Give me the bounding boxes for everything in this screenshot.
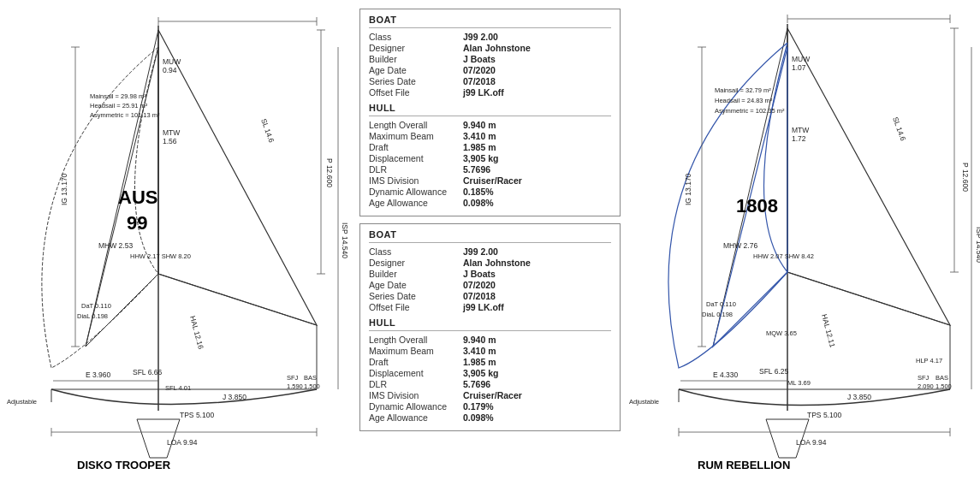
left-boat-svg: P 12.600 IG 13.170 ISP 14.540 SL 14.6 HA…	[0, 0, 359, 492]
boat-section-title-bottom: BOAT	[369, 229, 611, 243]
svg-text:Headsail = 24.83 m²: Headsail = 24.83 m²	[715, 97, 773, 104]
svg-text:Asymmetric = 102.35 m²: Asymmetric = 102.35 m²	[715, 107, 785, 115]
beam-label-bottom: Maximum Beam	[369, 346, 463, 356]
designer-value-top: Alan Johnstone	[463, 43, 611, 53]
info-box-bottom: BOAT Class J99 2.00 Designer Alan Johnst…	[359, 223, 621, 431]
draft-label-top: Draft	[369, 142, 463, 152]
age-date-label-top: Age Date	[369, 65, 463, 75]
displacement-row-bottom: Displacement 3,905 kg	[369, 368, 611, 378]
beam-value-top: 3.410 m	[463, 131, 611, 141]
loa-value-bottom: 9.940 m	[463, 335, 611, 345]
ims-value-bottom: Cruiser/Racer	[463, 390, 611, 400]
svg-text:DaT 0.110: DaT 0.110	[81, 302, 111, 310]
svg-text:1.56: 1.56	[163, 137, 177, 145]
designer-label-bottom: Designer	[369, 258, 463, 268]
dynamic-row-bottom: Dynamic Allowance 0.179%	[369, 401, 611, 412]
svg-line-56	[713, 28, 787, 347]
loa-row-bottom: Length Overall 9.940 m	[369, 335, 611, 345]
offset-file-value-top: j99 LK.off	[463, 87, 611, 98]
age-date-value-top: 07/2020	[463, 65, 611, 75]
svg-text:RUM REBELLION: RUM REBELLION	[698, 459, 790, 471]
boat-diagram-right: P 12.600 IG 13.170 ISP 14.540 SL 14.6 HA…	[621, 0, 980, 492]
series-date-row-bottom: Series Date 07/2018	[369, 291, 611, 301]
dynamic-value-top: 0.185%	[463, 187, 611, 197]
svg-text:E 3.960: E 3.960	[86, 370, 111, 379]
hull-section-bottom: HULL Length Overall 9.940 m Maximum Beam…	[369, 317, 611, 423]
svg-text:0.94: 0.94	[163, 66, 177, 74]
displacement-row-top: Displacement 3,905 kg	[369, 153, 611, 163]
svg-text:1.72: 1.72	[792, 134, 806, 143]
svg-text:HHW 2.17  SHW 8.20: HHW 2.17 SHW 8.20	[130, 252, 191, 260]
dlr-label-top: DLR	[369, 164, 463, 175]
builder-value-top: J Boats	[463, 54, 611, 64]
svg-text:HAL 12.16: HAL 12.16	[188, 315, 205, 350]
ims-row-top: IMS Division Cruiser/Racer	[369, 175, 611, 186]
svg-text:ISP 14.540: ISP 14.540	[341, 222, 349, 258]
offset-file-value-bottom: j99 LK.off	[463, 302, 611, 312]
builder-row-top: Builder J Boats	[369, 54, 611, 64]
builder-label-bottom: Builder	[369, 269, 463, 279]
series-date-value-top: 07/2018	[463, 76, 611, 86]
series-date-row-top: Series Date 07/2018	[369, 76, 611, 86]
draft-row-top: Draft 1.985 m	[369, 142, 611, 152]
age-date-row-bottom: Age Date 07/2020	[369, 280, 611, 290]
svg-text:SFJ: SFJ	[287, 374, 299, 382]
hull-section-title-top: HULL	[369, 103, 611, 116]
dlr-value-bottom: 5.7696	[463, 379, 611, 389]
beam-row-bottom: Maximum Beam 3.410 m	[369, 346, 611, 356]
svg-text:MHW 2.53: MHW 2.53	[98, 241, 133, 250]
dlr-value-top: 5.7696	[463, 164, 611, 175]
series-date-value-bottom: 07/2018	[463, 291, 611, 301]
loa-value-top: 9.940 m	[463, 120, 611, 130]
designer-label-top: Designer	[369, 43, 463, 53]
svg-text:SFL 6.25: SFL 6.25	[759, 367, 788, 376]
builder-row-bottom: Builder J Boats	[369, 269, 611, 279]
ims-value-top: Cruiser/Racer	[463, 175, 611, 186]
boat-section-title-top: BOAT	[369, 15, 611, 28]
svg-text:SFL 4.01: SFL 4.01	[165, 384, 191, 392]
svg-text:TPS 5.100: TPS 5.100	[180, 411, 214, 419]
svg-text:P 12.600: P 12.600	[961, 163, 970, 192]
draft-row-bottom: Draft 1.985 m	[369, 357, 611, 367]
offset-file-row-bottom: Offset File j99 LK.off	[369, 302, 611, 312]
svg-text:1.500: 1.500	[935, 382, 952, 390]
info-panels: BOAT Class J99 2.00 Designer Alan Johnst…	[359, 0, 621, 492]
svg-text:Headsail = 25.91 m²: Headsail = 25.91 m²	[90, 102, 148, 110]
svg-text:DaT 0.110: DaT 0.110	[706, 300, 736, 308]
svg-text:99: 99	[127, 212, 147, 234]
age-allowance-value-top: 0.098%	[463, 198, 611, 208]
svg-text:IG 13.170: IG 13.170	[60, 173, 68, 205]
svg-marker-55	[787, 28, 950, 325]
main-container: P 12.600 IG 13.170 ISP 14.540 SL 14.6 HA…	[0, 0, 980, 492]
loa-row-top: Length Overall 9.940 m	[369, 120, 611, 130]
hull-section-top: HULL Length Overall 9.940 m Maximum Beam…	[369, 103, 611, 208]
builder-label-top: Builder	[369, 54, 463, 64]
displacement-value-top: 3,905 kg	[463, 153, 611, 163]
displacement-label-bottom: Displacement	[369, 368, 463, 378]
svg-text:ML 3.69: ML 3.69	[787, 379, 811, 387]
draft-label-bottom: Draft	[369, 357, 463, 367]
designer-row-bottom: Designer Alan Johnstone	[369, 258, 611, 268]
builder-value-bottom: J Boats	[463, 269, 611, 279]
svg-text:Adjustable: Adjustable	[629, 398, 659, 406]
svg-text:AUS: AUS	[118, 187, 157, 208]
svg-text:MQW 3.65: MQW 3.65	[766, 329, 797, 337]
class-label-bottom: Class	[369, 246, 463, 257]
age-date-value-bottom: 07/2020	[463, 280, 611, 290]
svg-text:SL 14.6: SL 14.6	[259, 117, 276, 144]
hull-section-title-bottom: HULL	[369, 317, 611, 331]
svg-text:LOA 9.94: LOA 9.94	[796, 438, 827, 447]
age-allowance-value-bottom: 0.098%	[463, 412, 611, 423]
svg-text:DiaL 0.198: DiaL 0.198	[77, 312, 108, 320]
designer-row-top: Designer Alan Johnstone	[369, 43, 611, 53]
age-date-row-top: Age Date 07/2020	[369, 65, 611, 75]
draft-value-bottom: 1.985 m	[463, 357, 611, 367]
svg-text:DiaL 0.198: DiaL 0.198	[702, 311, 733, 318]
svg-text:Adjustable: Adjustable	[7, 398, 37, 406]
svg-text:DISKO TROOPER: DISKO TROOPER	[77, 459, 171, 471]
svg-text:LOA 9.94: LOA 9.94	[167, 438, 198, 447]
dynamic-label-top: Dynamic Allowance	[369, 187, 463, 197]
age-allowance-row-bottom: Age Allowance 0.098%	[369, 412, 611, 423]
svg-text:ISP 14.540: ISP 14.540	[975, 227, 980, 263]
dynamic-row-top: Dynamic Allowance 0.185%	[369, 187, 611, 197]
